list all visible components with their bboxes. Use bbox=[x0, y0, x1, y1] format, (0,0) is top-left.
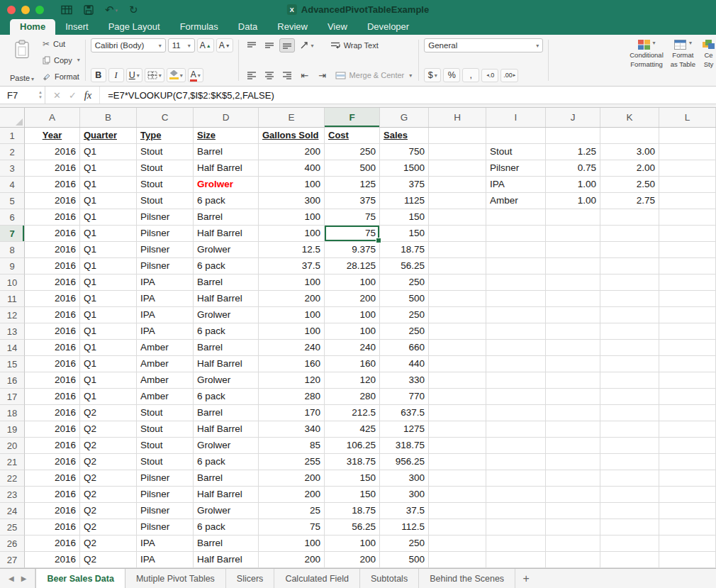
cell-L20[interactable] bbox=[659, 438, 716, 454]
row-header-7[interactable]: 7 bbox=[0, 226, 25, 242]
conditional-formatting-button[interactable]: ▾ Conditional Formatting bbox=[630, 38, 664, 82]
cell-F27[interactable]: 200 bbox=[325, 552, 380, 568]
cell-D9[interactable]: 6 pack bbox=[194, 258, 259, 274]
cell-A26[interactable]: 2016 bbox=[25, 536, 80, 552]
cell-H22[interactable] bbox=[429, 470, 486, 487]
cell-E5[interactable]: 300 bbox=[259, 193, 325, 209]
increase-indent-button[interactable]: ⇥ bbox=[315, 68, 330, 82]
cell-B16[interactable]: Q1 bbox=[80, 372, 137, 389]
cell-F17[interactable]: 280 bbox=[325, 389, 380, 405]
cell-H2[interactable] bbox=[429, 144, 486, 160]
cell-I7[interactable] bbox=[486, 226, 546, 242]
cell-J18[interactable] bbox=[546, 405, 600, 421]
copy-button[interactable]: Copy▾ bbox=[43, 56, 80, 65]
cell-H24[interactable] bbox=[429, 503, 486, 519]
cell-A5[interactable]: 2016 bbox=[25, 193, 80, 209]
cell-A16[interactable]: 2016 bbox=[25, 372, 80, 389]
cell-I14[interactable] bbox=[486, 340, 546, 356]
cell-C10[interactable]: IPA bbox=[137, 274, 194, 291]
cell-H17[interactable] bbox=[429, 389, 486, 405]
sheet-tab-calculated-field[interactable]: Calculated Field bbox=[274, 569, 360, 588]
cell-E8[interactable]: 12.5 bbox=[259, 242, 325, 258]
cell-C18[interactable]: Stout bbox=[137, 405, 194, 421]
cell-I1[interactable] bbox=[486, 128, 546, 144]
cell-B3[interactable]: Q1 bbox=[80, 160, 137, 177]
cell-G15[interactable]: 440 bbox=[380, 356, 429, 372]
cell-J3[interactable]: 0.75 bbox=[546, 160, 600, 177]
cell-A8[interactable]: 2016 bbox=[25, 242, 80, 258]
cell-I17[interactable] bbox=[486, 389, 546, 405]
cell-J7[interactable] bbox=[546, 226, 600, 242]
cell-H6[interactable] bbox=[429, 209, 486, 226]
cell-I9[interactable] bbox=[486, 258, 546, 274]
cell-D23[interactable]: Half Barrel bbox=[194, 487, 259, 503]
cell-I6[interactable] bbox=[486, 209, 546, 226]
cell-F12[interactable]: 100 bbox=[325, 307, 380, 323]
cell-F9[interactable]: 28.125 bbox=[325, 258, 380, 274]
cell-A15[interactable]: 2016 bbox=[25, 356, 80, 372]
cell-E26[interactable]: 100 bbox=[259, 536, 325, 552]
cell-D2[interactable]: Barrel bbox=[194, 144, 259, 160]
row-header-11[interactable]: 11 bbox=[0, 291, 25, 307]
cell-J19[interactable] bbox=[546, 421, 600, 438]
cell-L4[interactable] bbox=[659, 177, 716, 193]
row-header-18[interactable]: 18 bbox=[0, 405, 25, 421]
format-painter-button[interactable]: Format bbox=[43, 72, 80, 81]
row-header-3[interactable]: 3 bbox=[0, 160, 25, 177]
cell-A27[interactable]: 2016 bbox=[25, 552, 80, 568]
cell-K1[interactable] bbox=[600, 128, 659, 144]
cell-B27[interactable]: Q2 bbox=[80, 552, 137, 568]
cell-E21[interactable]: 255 bbox=[259, 454, 325, 470]
cell-G12[interactable]: 250 bbox=[380, 307, 429, 323]
cell-L27[interactable] bbox=[659, 552, 716, 568]
row-header-27[interactable]: 27 bbox=[0, 552, 25, 568]
cell-H7[interactable] bbox=[429, 226, 486, 242]
cell-G2[interactable]: 750 bbox=[380, 144, 429, 160]
cell-J23[interactable] bbox=[546, 487, 600, 503]
cell-I8[interactable] bbox=[486, 242, 546, 258]
cell-C16[interactable]: Amber bbox=[137, 372, 194, 389]
cell-L25[interactable] bbox=[659, 519, 716, 536]
select-all-corner[interactable] bbox=[0, 108, 25, 127]
cell-K16[interactable] bbox=[600, 372, 659, 389]
row-header-25[interactable]: 25 bbox=[0, 519, 25, 536]
column-header-H[interactable]: H bbox=[429, 108, 486, 127]
cell-C6[interactable]: Pilsner bbox=[137, 209, 194, 226]
cell-E11[interactable]: 200 bbox=[259, 291, 325, 307]
row-header-10[interactable]: 10 bbox=[0, 274, 25, 291]
bold-button[interactable]: B bbox=[91, 68, 106, 82]
paste-button[interactable]: Paste▾ bbox=[7, 38, 37, 82]
row-header-5[interactable]: 5 bbox=[0, 193, 25, 209]
cell-B26[interactable]: Q2 bbox=[80, 536, 137, 552]
cell-J17[interactable] bbox=[546, 389, 600, 405]
ribbon-tab-review[interactable]: Review bbox=[267, 19, 318, 35]
cell-D22[interactable]: Barrel bbox=[194, 470, 259, 487]
decrease-font-size-button[interactable]: A▼ bbox=[216, 38, 233, 52]
comma-format-button[interactable]: , bbox=[462, 68, 479, 82]
cell-I21[interactable] bbox=[486, 454, 546, 470]
cell-H19[interactable] bbox=[429, 421, 486, 438]
cell-L3[interactable] bbox=[659, 160, 716, 177]
cell-E22[interactable]: 200 bbox=[259, 470, 325, 487]
cell-D10[interactable]: Barrel bbox=[194, 274, 259, 291]
cell-E17[interactable]: 280 bbox=[259, 389, 325, 405]
cell-A13[interactable]: 2016 bbox=[25, 323, 80, 340]
cell-C25[interactable]: Pilsner bbox=[137, 519, 194, 536]
merge-center-button[interactable]: Merge & Center▾ bbox=[334, 68, 414, 82]
row-header-14[interactable]: 14 bbox=[0, 340, 25, 356]
column-header-A[interactable]: A bbox=[25, 108, 80, 127]
cell-F15[interactable]: 160 bbox=[325, 356, 380, 372]
cell-B15[interactable]: Q1 bbox=[80, 356, 137, 372]
cell-F20[interactable]: 106.25 bbox=[325, 438, 380, 454]
cell-J24[interactable] bbox=[546, 503, 600, 519]
cell-G23[interactable]: 300 bbox=[380, 487, 429, 503]
cell-K25[interactable] bbox=[600, 519, 659, 536]
cell-L26[interactable] bbox=[659, 536, 716, 552]
cell-L24[interactable] bbox=[659, 503, 716, 519]
cell-I4[interactable]: IPA bbox=[486, 177, 546, 193]
cell-L14[interactable] bbox=[659, 340, 716, 356]
cell-G13[interactable]: 250 bbox=[380, 323, 429, 340]
row-header-24[interactable]: 24 bbox=[0, 503, 25, 519]
cell-A2[interactable]: 2016 bbox=[25, 144, 80, 160]
cell-G9[interactable]: 56.25 bbox=[380, 258, 429, 274]
